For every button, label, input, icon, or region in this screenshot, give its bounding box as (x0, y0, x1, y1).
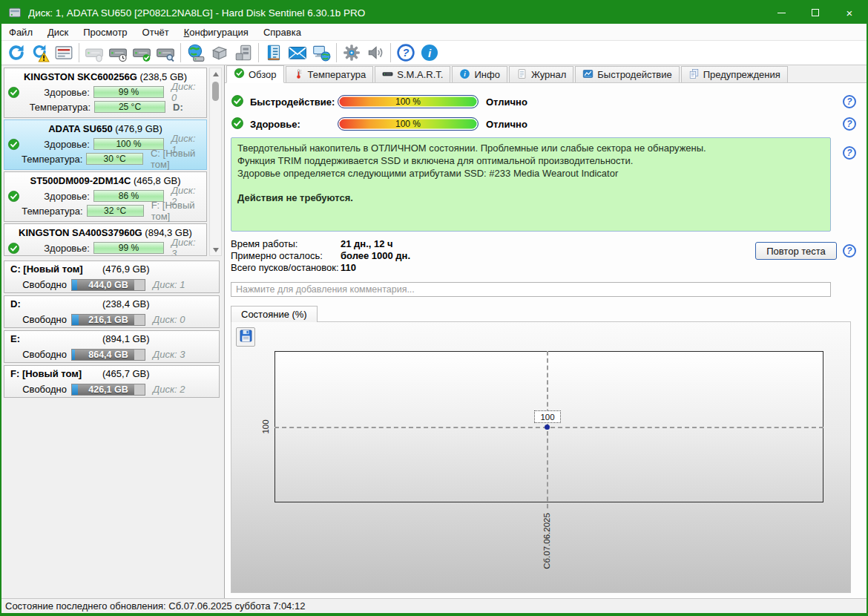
world-disk-icon[interactable] (184, 42, 208, 64)
svg-text:?: ? (403, 47, 410, 59)
check-circle-icon (234, 68, 245, 81)
partition-item[interactable]: E:(894,1 GB) Свободно 864,4 GB Диск: 3 (4, 330, 220, 363)
refresh-alert-icon[interactable] (28, 42, 52, 64)
toolbar: ?i (1, 40, 867, 65)
tab-быстродействие[interactable]: Быстродействие (575, 66, 679, 82)
menu-просмотр[interactable]: Просмотр (76, 25, 134, 39)
disk-number: Диск: 3 (171, 237, 203, 256)
mail-icon[interactable] (286, 42, 309, 64)
help-icon[interactable]: ? (394, 42, 418, 64)
partition-name: E: (10, 333, 20, 344)
ok-check-icon (7, 86, 25, 99)
scrollbar-thumb[interactable] (212, 82, 219, 101)
retest-button[interactable]: Повтор теста (755, 242, 837, 260)
partition-title: F: [Новый том](465,7 GB) (7, 368, 216, 382)
window-controls: × (764, 1, 867, 24)
status-message-box: Твердотельный накопитель в ОТЛИЧНОМ сост… (231, 137, 831, 232)
disk-number: Диск: 0 (153, 314, 185, 325)
tab-обзор[interactable]: Обзор (226, 65, 284, 83)
disk-check-icon[interactable] (130, 42, 154, 64)
scroll-down-button[interactable] (210, 244, 221, 255)
health-label: Здоровье: (25, 87, 90, 98)
chart-tab-state[interactable]: Состояние (%) (231, 306, 318, 322)
disk-list-scrollbar[interactable] (209, 68, 222, 256)
drive-letter: D: (173, 102, 183, 113)
stat-value: 110 (341, 262, 356, 273)
disk-box-icon[interactable] (208, 42, 231, 64)
performance-label: Быстродействие: (250, 96, 338, 108)
tab-предупреждения[interactable]: Предупреждения (681, 66, 788, 82)
disk-search-icon[interactable] (154, 42, 177, 64)
status-message-text: Твердотельный накопитель в ОТЛИЧНОМ сост… (237, 142, 824, 180)
toolbar-separator (390, 43, 391, 62)
close-button[interactable]: × (832, 1, 867, 24)
info-icon[interactable]: i (418, 42, 441, 64)
disk-detect-icon[interactable] (52, 42, 76, 64)
partition-item[interactable]: D:(238,4 GB) Свободно 216,1 GB Диск: 0 (4, 295, 220, 328)
help-icon[interactable]: ? (843, 95, 856, 108)
menu-конфигурация[interactable]: Конфигурация (177, 25, 256, 39)
window-title: Диск: 1, ADATA SU650 [2P082L2NA8LG] - Ha… (28, 7, 764, 19)
tab-журнал[interactable]: Журнал (509, 66, 573, 82)
partition-name: D: (10, 298, 21, 309)
help-icon[interactable]: ? (843, 146, 856, 160)
sound-icon[interactable] (364, 42, 387, 64)
comment-input[interactable] (231, 282, 831, 297)
main-panel: Обзор Температура S.M.A.R.T. iИнфо Журна… (225, 65, 867, 598)
free-space-value: 444,0 GB (72, 280, 145, 290)
save-chart-button[interactable] (236, 327, 255, 347)
partition-size: (476,9 GB) (102, 263, 150, 275)
performance-icon (582, 68, 594, 82)
toolbar-separator (79, 43, 79, 62)
help-icon[interactable]: ? (843, 117, 856, 131)
disk-health-bar: 99 % (93, 242, 164, 254)
settings-gear-icon[interactable] (340, 42, 364, 64)
stats-block: Время работы: 21 дн., 12 ч Примерно оста… (231, 237, 867, 273)
partition-size: (238,4 GB) (102, 298, 150, 309)
disk-number: Диск: 3 (153, 349, 185, 360)
save-icon (239, 329, 253, 346)
chart-vgridline (547, 351, 548, 508)
tab-инфо[interactable]: iИнфо (452, 66, 507, 82)
partition-size: (894,1 GB) (102, 333, 150, 344)
partition-list: C: [Новый том](476,9 GB) Свободно 444,0 … (4, 261, 222, 398)
menu-файл[interactable]: Файл (1, 25, 40, 39)
drive-letter: C: [Новый том] (151, 148, 203, 170)
network-icon[interactable] (309, 42, 333, 64)
help-icon[interactable]: ? (843, 244, 856, 258)
menu-диск[interactable]: Диск (40, 25, 76, 39)
menu-справка[interactable]: Справка (256, 25, 309, 39)
disk-item[interactable]: KINGSTON SKC600256G (238,5 GB) Здоровье:… (4, 68, 207, 118)
disk-temp-bar: 30 °C (86, 153, 143, 165)
scroll-up-button[interactable] (210, 68, 221, 79)
disk-mouse-icon[interactable] (82, 42, 106, 64)
minimize-button[interactable] (764, 1, 798, 24)
health-label: Здоровье: (250, 119, 338, 130)
tab-s.m.a.r.t.[interactable]: S.M.A.R.T. (375, 66, 450, 82)
report-icon[interactable] (262, 42, 286, 64)
tab-температура[interactable]: Температура (286, 66, 374, 82)
health-label: Здоровье: (25, 139, 90, 150)
free-space-bar: 444,0 GB (71, 279, 145, 291)
disk-clock-icon[interactable] (106, 42, 130, 64)
disk-item[interactable]: ADATA SU650 (476,9 GB) Здоровье: 100 % Д… (4, 119, 207, 170)
free-label: Свободно (7, 349, 67, 360)
partition-name: F: [Новый том] (10, 368, 82, 379)
disk-item[interactable]: ST500DM009-2DM14C (465,8 GB) Здоровье: 8… (4, 171, 207, 222)
temperature-label: Температура: (25, 102, 91, 113)
partition-item[interactable]: C: [Новый том](476,9 GB) Свободно 444,0 … (4, 261, 220, 293)
disk-item[interactable]: KINGSTON SA400S37960G (894,3 GB) Здоровь… (4, 223, 207, 256)
disk-hardware-icon[interactable] (231, 42, 255, 64)
drive-letter: F: [Новый том] (151, 200, 203, 222)
performance-bar: 100 % (338, 95, 479, 108)
health-label: Здоровье: (25, 243, 90, 254)
partition-item[interactable]: F: [Новый том](465,7 GB) Свободно 426,1 … (4, 365, 220, 398)
maximize-button[interactable] (798, 1, 832, 24)
health-row: Здоровье: 100 % Отлично ? (231, 113, 867, 135)
refresh-icon[interactable] (4, 42, 28, 64)
partition-name: C: [Новый том] (10, 263, 83, 275)
free-label: Свободно (7, 314, 67, 325)
menu-отчёт[interactable]: Отчёт (135, 25, 177, 39)
ok-check-icon (7, 190, 25, 203)
stat-label: Примерно осталось: (231, 250, 341, 261)
